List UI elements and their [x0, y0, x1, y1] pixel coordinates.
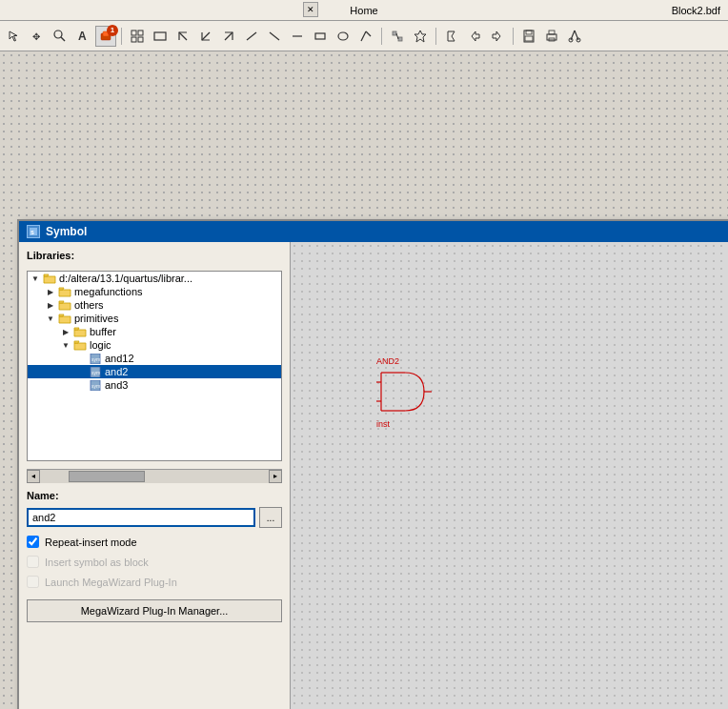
- browse-label: ...: [267, 513, 274, 523]
- pin-btn[interactable]: [410, 26, 431, 47]
- svg-line-17: [366, 31, 371, 36]
- folder-buffer-icon: [73, 327, 87, 337]
- expand-root[interactable]: ▼: [30, 273, 41, 284]
- tree-buffer-label: buffer: [90, 326, 116, 337]
- move-tool-btn[interactable]: ✥: [27, 26, 48, 47]
- gate-label: AND2: [376, 356, 434, 366]
- svg-text:sym: sym: [91, 356, 100, 362]
- close-btn[interactable]: ✕: [303, 2, 318, 17]
- gate-preview: AND2 inst: [376, 356, 434, 429]
- arrow-left-btn[interactable]: [464, 26, 485, 47]
- dialog-title-text: Symbol: [46, 225, 87, 238]
- sep1: [121, 28, 122, 45]
- scroll-thumb[interactable]: [69, 471, 145, 482]
- corner2-btn[interactable]: [195, 26, 216, 47]
- svg-text:s: s: [30, 229, 34, 235]
- file-and2-icon: sym: [89, 367, 102, 377]
- block-title: Block2.bdf: [672, 5, 720, 16]
- expand-logic[interactable]: ▼: [60, 339, 71, 351]
- svg-text:sym: sym: [91, 383, 100, 389]
- repeat-insert-label[interactable]: Repeat-insert mode: [45, 537, 137, 548]
- tree-item-logic[interactable]: ▼ logic: [28, 338, 281, 352]
- diag-tool-btn[interactable]: [355, 26, 376, 47]
- name-label: Name:: [27, 490, 282, 501]
- snap-btn[interactable]: [387, 26, 408, 47]
- dialog-title-bar: s Symbol: [19, 221, 728, 242]
- tree-view[interactable]: ▼ d:/altera/13.1/quartus/librar... ▶ meg…: [27, 271, 282, 461]
- line-tool-btn[interactable]: [241, 26, 262, 47]
- svg-rect-9: [138, 37, 143, 42]
- line2-tool-btn[interactable]: [264, 26, 285, 47]
- svg-rect-10: [154, 32, 166, 40]
- name-input-row: ... 2: [27, 507, 282, 528]
- svg-rect-19: [398, 37, 402, 41]
- launch-megawizard-label: Launch MegaWizard Plug-In: [45, 577, 177, 588]
- gate-ins-label: inst: [376, 419, 434, 429]
- expand-megafunctions[interactable]: ▶: [45, 286, 56, 297]
- hline-tool-btn[interactable]: [287, 26, 308, 47]
- dialog-body: Libraries: ▼ d:/altera/13.1/quartus/libr…: [19, 242, 728, 709]
- tree-primitives-label: primitives: [74, 313, 118, 324]
- cut-btn[interactable]: [564, 26, 585, 47]
- flag-btn[interactable]: [441, 26, 462, 47]
- browse-button[interactable]: ... 2: [259, 507, 282, 528]
- tree-item-and3[interactable]: ▶ sym and3: [28, 378, 281, 392]
- svg-rect-18: [393, 31, 396, 35]
- grid-tool-btn[interactable]: [127, 26, 148, 47]
- expand-primitives[interactable]: ▼: [45, 313, 56, 324]
- ellipse-tool-btn[interactable]: [333, 26, 354, 47]
- tree-root-label: d:/altera/13.1/quartus/librar...: [59, 273, 192, 284]
- sep4: [513, 28, 514, 45]
- launch-megawizard-row: Launch MegaWizard Plug-In: [27, 576, 282, 588]
- sep3: [435, 28, 436, 45]
- svg-marker-21: [415, 30, 426, 42]
- folder-logic-icon: [73, 340, 87, 351]
- rect-tool-btn[interactable]: [150, 26, 171, 47]
- wire-tool-badge: 1: [107, 25, 118, 36]
- libraries-label: Libraries:: [27, 250, 282, 261]
- repeat-insert-row: Repeat-insert mode: [27, 536, 282, 548]
- folder-others-icon: [58, 300, 71, 311]
- tree-item-others[interactable]: ▶ others: [28, 298, 281, 312]
- insert-block-label: Insert symbol as block: [45, 557, 149, 568]
- name-section: Name: ... 2: [27, 490, 282, 528]
- scroll-track[interactable]: [40, 470, 269, 483]
- tree-item-and12[interactable]: ▶ sym and12: [28, 352, 281, 365]
- select-tool-btn[interactable]: [4, 26, 25, 47]
- main-toolbar: ✥ A 1: [0, 21, 728, 51]
- tree-item-and2[interactable]: ▶ sym and2: [28, 365, 281, 378]
- arrow-right-btn[interactable]: [487, 26, 508, 47]
- svg-text:✥: ✥: [32, 31, 40, 42]
- scroll-left-btn[interactable]: ◂: [27, 470, 40, 483]
- tree-item-megafunctions[interactable]: ▶ megafunctions: [28, 285, 281, 298]
- corner3-btn[interactable]: [218, 26, 239, 47]
- tree-item-root[interactable]: ▼ d:/altera/13.1/quartus/librar...: [28, 272, 281, 285]
- repeat-insert-checkbox[interactable]: [27, 536, 39, 548]
- h-scrollbar[interactable]: ◂ ▸: [27, 469, 282, 482]
- svg-rect-27: [525, 36, 533, 41]
- tree-megafunctions-label: megafunctions: [74, 286, 143, 297]
- rect2-tool-btn[interactable]: [310, 26, 331, 47]
- dialog-icon: s: [27, 225, 40, 238]
- expand-buffer[interactable]: ▶: [60, 326, 71, 337]
- corner1-btn[interactable]: [172, 26, 193, 47]
- expand-others[interactable]: ▶: [45, 299, 56, 311]
- save-btn[interactable]: [518, 26, 539, 47]
- symbol-dialog: s Symbol Libraries: ▼ d:/altera/13.1/qua…: [17, 219, 728, 709]
- launch-megawizard-checkbox: [27, 576, 39, 588]
- svg-rect-26: [526, 30, 532, 34]
- mega-wizard-btn[interactable]: MegaWizard Plug-In Manager...: [27, 599, 282, 622]
- insert-block-checkbox: [27, 556, 39, 568]
- text-tool-btn[interactable]: A: [72, 26, 93, 47]
- tree-item-buffer[interactable]: ▶ buffer: [28, 325, 281, 338]
- file-and3-icon: sym: [89, 380, 102, 391]
- scroll-right-btn[interactable]: ▸: [269, 470, 282, 483]
- print-btn[interactable]: [541, 26, 562, 47]
- and-gate-svg: [376, 368, 434, 415]
- svg-rect-14: [315, 33, 325, 39]
- tree-item-primitives[interactable]: ▼ primitives: [28, 312, 281, 325]
- zoom-tool-btn[interactable]: [50, 26, 71, 47]
- wire-tool-btn[interactable]: 1: [95, 26, 116, 47]
- svg-point-15: [338, 32, 348, 40]
- name-input[interactable]: [27, 508, 255, 527]
